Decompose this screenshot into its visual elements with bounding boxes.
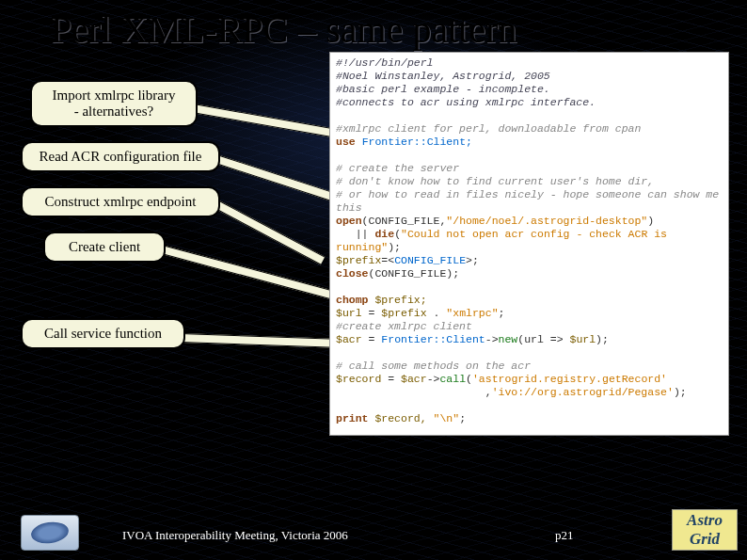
code-line: new [499,333,518,345]
code-line: "\n" [434,412,460,424]
connector [215,200,326,265]
code-line: -> [427,373,440,385]
code-line: #Noel Winstanley, Astrogrid, 2005 [336,70,550,82]
code-line: = [362,333,382,345]
code-line: ); [388,241,401,253]
code-line: $acr [401,373,427,385]
code-line: # create the server [336,162,459,174]
code-line: $url [336,307,362,319]
code-line: , [485,386,492,398]
code-line: ( [466,373,472,385]
code-line: (CONFIG_FILE); [369,267,460,280]
code-line: #create xmlrpc client [336,320,472,332]
code-line: use [336,136,356,148]
footer-page: p21 [555,528,574,543]
code-line: ); [596,333,609,345]
code-line: ; [499,307,505,319]
code-line: ) [647,215,654,227]
code-line: $prefix; [369,294,427,306]
code-line: $prefix [336,254,381,266]
code-line: call [439,373,466,385]
code-line: -> [485,333,499,345]
astrogrid-logo: Astro Grid [672,509,738,551]
slide-title: Perl XML-RPC – same pattern [51,8,517,52]
code-line: (url => [517,333,569,345]
logo-text: Astro [687,511,723,529]
code-line: #connects to acr using xmlrpc interface. [336,96,596,108]
code-line: = [381,373,401,385]
code-line: ; [459,412,466,424]
code-panel: #!/usr/bin/perl #Noel Winstanley, Astrog… [329,52,729,436]
code-line: $record, [369,412,434,424]
code-line: $url [570,333,596,345]
code-line: Frontier::Client; [362,136,472,148]
code-line: #xmlrpc client for perl, downloadable fr… [336,122,641,135]
connector [192,104,337,138]
code-line: die [374,228,394,240]
code-line: || [356,228,375,240]
code-line: $acr [336,333,362,345]
code-line: #basic perl example - incomplete. [336,83,550,95]
code-line: $record [336,373,381,385]
connector [215,154,334,201]
code-line: =< [381,254,394,266]
code-line: chomp [336,294,369,306]
callout-read-config: Read ACR configuration file [21,141,220,172]
code-line: CONFIG_FILE [394,254,466,266]
footer-meeting: IVOA Interoperability Meeting, Victoria … [122,528,348,543]
code-line: close [336,267,369,280]
code-line: print [336,412,369,424]
code-line: 'ivo://org.astrogrid/Pegase' [492,386,674,398]
callout-call-service: Call service function [21,318,185,349]
callout-create-client: Create client [43,232,166,263]
logo-text: Grid [690,530,720,548]
code-line: Frontier::Client [381,333,485,345]
code-line: #!/usr/bin/perl [336,56,434,69]
code-line: >; [466,254,479,266]
code-line: ); [674,386,687,398]
code-line: "xmlrpc" [446,307,498,319]
code-line: = [362,307,382,319]
callout-construct-endpoint: Construct xmlrpc endpoint [21,186,220,217]
code-line: # call some methods on the acr [336,360,531,372]
code-line: # don't know how to find current user's … [336,175,654,187]
code-line: . [427,307,447,319]
code-line: "/home/noel/.astrogrid-desktop" [446,215,647,227]
code-line: (CONFIG_FILE, [362,215,447,227]
callout-import-library: Import xmlrpc library - alternatives? [30,80,198,127]
code-line: open [336,215,362,227]
code-line: # or how to read in files nicely - hope … [336,188,719,214]
connector [181,333,336,348]
code-line: $prefix [381,307,426,319]
code-line: 'astrogrid.registry.getRecord' [472,373,667,385]
ivoa-logo [21,515,79,551]
